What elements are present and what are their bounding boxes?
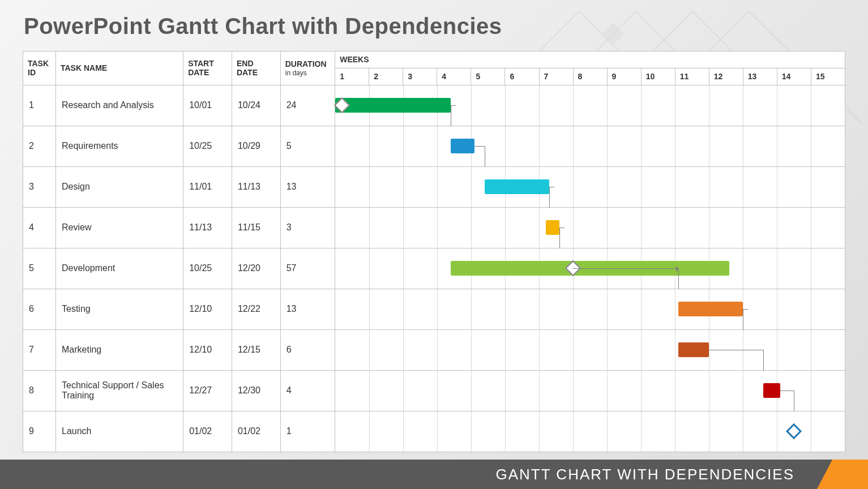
- col-week-8: 8: [573, 68, 607, 85]
- col-week-11: 11: [675, 68, 709, 85]
- cell-duration: 57: [280, 248, 335, 289]
- cell-start: 10/25: [183, 248, 232, 289]
- col-duration: DURATION in days: [280, 52, 335, 85]
- cell-start: 10/25: [183, 126, 232, 166]
- col-week-4: 4: [437, 68, 471, 85]
- cell-id: 1: [23, 85, 56, 126]
- gantt-chart: TASK ID TASK NAME START DATE END DATE DU…: [23, 51, 845, 452]
- timeline-cell: [335, 248, 845, 289]
- cell-name: Marketing: [55, 329, 183, 370]
- cell-name: Review: [55, 207, 183, 248]
- table-row: 9Launch01/0201/021: [23, 411, 845, 452]
- timeline-cell: [335, 126, 845, 166]
- cell-id: 2: [23, 126, 56, 166]
- timeline-cell: [335, 289, 845, 329]
- gantt-bar: [335, 98, 451, 113]
- cell-id: 7: [23, 329, 56, 370]
- cell-end: 11/13: [232, 166, 280, 207]
- cell-end: 12/22: [232, 289, 280, 329]
- cell-id: 5: [23, 248, 56, 289]
- col-week-6: 6: [505, 68, 539, 85]
- cell-name: Launch: [55, 411, 183, 452]
- col-week-1: 1: [335, 68, 369, 85]
- table-row: 8Technical Support / Sales Training12/27…: [23, 370, 845, 411]
- cell-end: 11/15: [232, 207, 280, 248]
- col-week-14: 14: [777, 68, 811, 85]
- cell-id: 4: [23, 207, 56, 248]
- gantt-bar: [485, 179, 549, 194]
- cell-duration: 3: [280, 207, 335, 248]
- cell-duration: 13: [280, 289, 335, 329]
- col-end-date: END DATE: [232, 52, 280, 85]
- col-week-7: 7: [539, 68, 573, 85]
- cell-end: 12/20: [232, 248, 280, 289]
- cell-end: 12/15: [232, 329, 280, 370]
- cell-id: 6: [23, 289, 56, 329]
- cell-start: 11/01: [183, 166, 232, 207]
- cell-id: 9: [23, 411, 56, 452]
- timeline-cell: [335, 207, 845, 248]
- cell-end: 12/30: [232, 370, 280, 411]
- timeline-cell: [335, 411, 845, 452]
- col-week-5: 5: [471, 68, 505, 85]
- timeline-cell: [335, 166, 845, 207]
- cell-duration: 24: [280, 85, 335, 126]
- cell-name: Requirements: [55, 126, 183, 166]
- col-week-3: 3: [403, 68, 437, 85]
- cell-end: 01/02: [232, 411, 280, 452]
- cell-start: 11/13: [183, 207, 232, 248]
- cell-duration: 1: [280, 411, 335, 452]
- table-row: 2Requirements10/2510/295: [23, 126, 845, 166]
- table-row: 3Design11/0111/1313: [23, 166, 845, 207]
- cell-start: 12/10: [183, 289, 232, 329]
- gantt-bar: [763, 383, 780, 398]
- table-row: 7Marketing12/1012/156: [23, 329, 845, 370]
- table-row: 5Development10/2512/2057: [23, 248, 845, 289]
- cell-start: 01/02: [183, 411, 232, 452]
- timeline-cell: [335, 370, 845, 411]
- cell-end: 10/24: [232, 85, 280, 126]
- table-row: 1Research and Analysis10/0110/2424: [23, 85, 845, 126]
- cell-name: Design: [55, 166, 183, 207]
- cell-id: 3: [23, 166, 56, 207]
- cell-duration: 4: [280, 370, 335, 411]
- col-start-date: START DATE: [183, 52, 232, 85]
- col-task-name: TASK NAME: [55, 52, 183, 85]
- table-row: 4Review11/1311/153: [23, 207, 845, 248]
- cell-id: 8: [23, 370, 56, 411]
- cell-name: Testing: [55, 289, 183, 329]
- col-week-15: 15: [811, 68, 845, 85]
- timeline-cell: [335, 85, 845, 126]
- col-task-id: TASK ID: [23, 52, 56, 85]
- cell-name: Technical Support / Sales Training: [55, 370, 183, 411]
- col-week-2: 2: [369, 68, 403, 85]
- col-weeks: WEEKS: [335, 52, 845, 68]
- cell-start: 10/01: [183, 85, 232, 126]
- timeline-cell: [335, 329, 845, 370]
- gantt-bar: [546, 220, 559, 235]
- page-title: PowerPoint Gantt Chart with Dependencies: [24, 14, 502, 39]
- table-row: 6Testing12/1012/2213: [23, 289, 845, 329]
- col-week-10: 10: [641, 68, 675, 85]
- footer-title: GANTT CHART WITH DEPENDENCIES: [496, 466, 795, 483]
- col-week-13: 13: [743, 68, 777, 85]
- col-week-12: 12: [709, 68, 743, 85]
- cell-start: 12/10: [183, 329, 232, 370]
- cell-duration: 6: [280, 329, 335, 370]
- cell-start: 12/27: [183, 370, 232, 411]
- gantt-table: TASK ID TASK NAME START DATE END DATE DU…: [23, 51, 845, 452]
- milestone-diamond: [786, 423, 802, 439]
- gantt-bar: [678, 342, 709, 357]
- gantt-bar: [451, 139, 474, 153]
- cell-duration: 5: [280, 126, 335, 166]
- cell-name: Research and Analysis: [55, 85, 183, 126]
- cell-name: Development: [55, 248, 183, 289]
- cell-end: 10/29: [232, 126, 280, 166]
- gantt-bar: [678, 302, 743, 316]
- col-week-9: 9: [607, 68, 641, 85]
- cell-duration: 13: [280, 166, 335, 207]
